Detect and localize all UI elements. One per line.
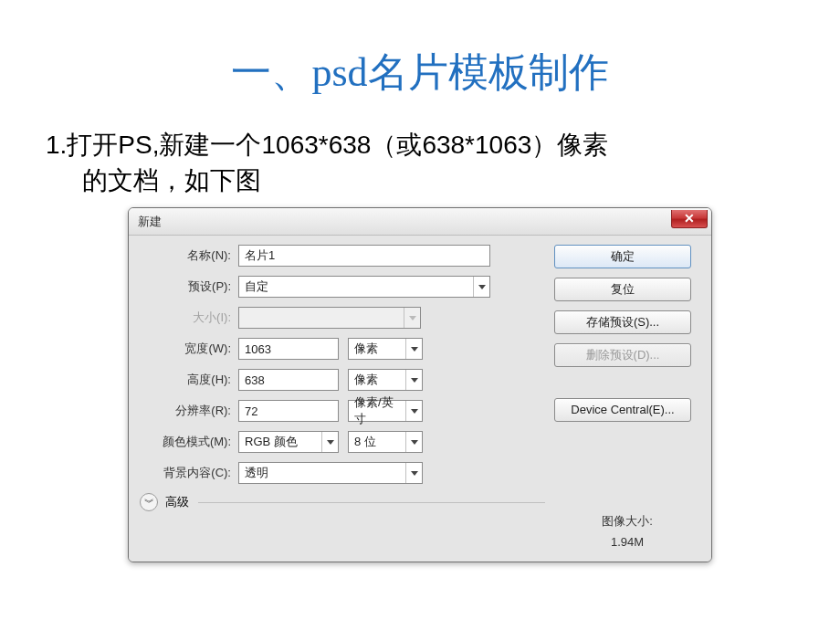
label-advanced: 高级 bbox=[165, 494, 189, 510]
close-button[interactable]: ✕ bbox=[671, 210, 708, 228]
height-input[interactable] bbox=[238, 369, 339, 391]
label-width: 宽度(W): bbox=[140, 341, 236, 357]
resolution-input[interactable] bbox=[238, 400, 339, 422]
dialog-body: 名称(N): 预设(P): 自定 大小(I): 宽度(W): bbox=[129, 236, 711, 562]
height-unit-value: 像素 bbox=[349, 372, 405, 388]
width-input[interactable] bbox=[238, 338, 339, 360]
advanced-toggle[interactable]: ︾ bbox=[140, 493, 158, 511]
chevron-down-icon bbox=[405, 463, 422, 483]
chevron-down-icon bbox=[405, 370, 422, 390]
chevron-down-icon bbox=[473, 277, 489, 297]
label-resolution: 分辨率(R): bbox=[140, 403, 236, 419]
width-unit-select[interactable]: 像素 bbox=[348, 338, 423, 360]
delete-preset-button: 删除预设(D)... bbox=[554, 343, 691, 367]
dialog-title: 新建 bbox=[138, 214, 162, 230]
device-central-button[interactable]: Device Central(E)... bbox=[554, 398, 691, 422]
ok-button[interactable]: 确定 bbox=[554, 245, 691, 268]
slide-title: 一、psd名片模板制作 bbox=[0, 0, 840, 100]
label-background: 背景内容(C): bbox=[140, 465, 236, 481]
row-name: 名称(N): bbox=[140, 245, 545, 267]
height-unit-select[interactable]: 像素 bbox=[348, 369, 423, 391]
slide-body: 1.打开PS,新建一个1063*638（或638*1063）像素 的文档，如下图 bbox=[0, 100, 840, 207]
chevron-down-icon bbox=[404, 308, 420, 328]
button-column: 确定 复位 存储预设(S)... 删除预设(D)... Device Centr… bbox=[554, 245, 700, 549]
row-resolution: 分辨率(R): 像素/英寸 bbox=[140, 400, 545, 422]
label-height: 高度(H): bbox=[140, 372, 236, 388]
image-size-label: 图像大小: bbox=[554, 513, 700, 530]
bit-depth-select[interactable]: 8 位 bbox=[348, 431, 423, 453]
color-mode-value: RGB 颜色 bbox=[239, 434, 321, 450]
preset-select[interactable]: 自定 bbox=[238, 276, 490, 298]
row-height: 高度(H): 像素 bbox=[140, 369, 545, 391]
reset-button[interactable]: 复位 bbox=[554, 278, 691, 301]
row-color-mode: 颜色模式(M): RGB 颜色 8 位 bbox=[140, 431, 545, 453]
bit-depth-value: 8 位 bbox=[349, 434, 405, 450]
image-size-value: 1.94M bbox=[554, 535, 700, 549]
label-name: 名称(N): bbox=[140, 247, 236, 264]
preset-value: 自定 bbox=[239, 278, 473, 295]
label-preset: 预设(P): bbox=[140, 278, 236, 295]
dialog-titlebar: 新建 ✕ bbox=[129, 208, 711, 236]
chevron-down-icon bbox=[321, 432, 338, 452]
row-width: 宽度(W): 像素 bbox=[140, 338, 545, 360]
double-chevron-down-icon: ︾ bbox=[144, 499, 154, 506]
name-input[interactable] bbox=[238, 245, 490, 267]
label-color-mode: 颜色模式(M): bbox=[140, 434, 236, 450]
size-select bbox=[238, 307, 421, 329]
resolution-unit-value: 像素/英寸 bbox=[349, 394, 405, 427]
save-preset-button[interactable]: 存储预设(S)... bbox=[554, 310, 691, 334]
new-document-dialog: 新建 ✕ 名称(N): 预设(P): 自定 大小(I): bbox=[128, 207, 712, 562]
label-size: 大小(I): bbox=[140, 310, 236, 326]
background-select[interactable]: 透明 bbox=[238, 462, 423, 484]
chevron-down-icon bbox=[405, 432, 422, 452]
width-unit-value: 像素 bbox=[349, 341, 405, 357]
divider bbox=[198, 502, 545, 503]
image-size-block: 图像大小: 1.94M bbox=[554, 513, 700, 549]
slide-body-line1: 1.打开PS,新建一个1063*638（或638*1063）像素 bbox=[46, 131, 608, 159]
row-size: 大小(I): bbox=[140, 307, 545, 329]
resolution-unit-select[interactable]: 像素/英寸 bbox=[348, 400, 423, 422]
chevron-down-icon bbox=[405, 339, 422, 359]
form-left-column: 名称(N): 预设(P): 自定 大小(I): 宽度(W): bbox=[140, 245, 545, 549]
slide-body-line2: 的文档，如下图 bbox=[46, 163, 794, 198]
row-advanced: ︾ 高级 bbox=[140, 493, 545, 511]
background-value: 透明 bbox=[239, 465, 405, 481]
color-mode-select[interactable]: RGB 颜色 bbox=[238, 431, 339, 453]
chevron-down-icon bbox=[405, 401, 422, 421]
row-preset: 预设(P): 自定 bbox=[140, 276, 545, 298]
row-background: 背景内容(C): 透明 bbox=[140, 462, 545, 484]
